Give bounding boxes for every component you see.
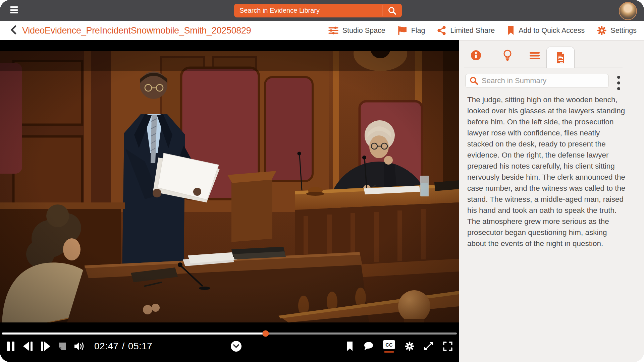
- add-quick-access-button[interactable]: Add to Quick Access: [507, 25, 585, 36]
- progress-played: [2, 333, 266, 335]
- fullscreen-icon: [443, 341, 453, 351]
- kebab-menu-icon: [617, 76, 620, 79]
- bookmark-icon: [346, 341, 354, 351]
- sliders-icon: [328, 25, 339, 36]
- settings-button[interactable]: Settings: [597, 25, 637, 36]
- pause-button[interactable]: [6, 341, 15, 352]
- list-icon: [529, 49, 541, 61]
- evidence-search-input[interactable]: [234, 4, 382, 17]
- step-backward-icon: [22, 341, 33, 352]
- volume-button[interactable]: [74, 341, 85, 351]
- title-bar-actions: Studio Space Flag Limited Sh: [328, 25, 637, 36]
- evidence-library-search: [234, 4, 402, 17]
- time-display: 02:47 / 05:17: [94, 341, 152, 352]
- time-separator: /: [122, 341, 125, 352]
- lightbulb-icon: [502, 49, 513, 61]
- settings-label: Settings: [610, 26, 637, 35]
- hamburger-icon: [10, 6, 18, 8]
- summary-menu-button[interactable]: [613, 74, 624, 92]
- volume-icon: [74, 341, 85, 351]
- step-forward-button[interactable]: [40, 341, 51, 352]
- title-bar: VideoEvidence_PreIncidentSnowmobile_Smit…: [0, 21, 644, 40]
- comment-button[interactable]: [363, 341, 374, 351]
- note-icon: [58, 342, 67, 351]
- progress-knob[interactable]: [263, 330, 269, 337]
- collapse-controls-button[interactable]: [231, 341, 241, 352]
- summary-search-input[interactable]: [482, 76, 604, 85]
- search-icon: [387, 6, 397, 15]
- user-avatar[interactable]: [619, 2, 637, 20]
- flag-button[interactable]: Flag: [397, 25, 425, 36]
- fullscreen-button[interactable]: [443, 341, 453, 351]
- tab-insights[interactable]: [496, 45, 519, 65]
- player-controls-right: CC: [346, 337, 453, 356]
- captions-button[interactable]: CC: [383, 340, 395, 353]
- top-bar: [0, 0, 644, 21]
- search-submit-button[interactable]: [382, 4, 402, 17]
- player-settings-button[interactable]: [405, 341, 415, 351]
- resize-button[interactable]: [424, 341, 434, 351]
- limited-share-label: Limited Share: [450, 26, 495, 35]
- back-button[interactable]: [9, 24, 18, 37]
- step-forward-icon: [40, 341, 51, 352]
- hamburger-menu-button[interactable]: [10, 6, 19, 14]
- add-quick-access-label: Add to Quick Access: [519, 26, 585, 35]
- gear-icon: [405, 341, 415, 351]
- flag-label: Flag: [411, 26, 425, 35]
- summary-text: The judge, sitting high on the wooden be…: [467, 94, 628, 249]
- captions-icon: CC: [383, 340, 395, 349]
- video-player: 02:47 / 05:17: [0, 40, 459, 362]
- studio-space-button[interactable]: Studio Space: [328, 25, 385, 36]
- bookmark-icon: [507, 25, 515, 36]
- video-progress-bar[interactable]: [2, 333, 457, 335]
- summary-search: [465, 74, 609, 88]
- flag-icon: [397, 25, 408, 36]
- tab-divider: [464, 67, 623, 67]
- gear-icon: [597, 25, 607, 36]
- note-frame-button[interactable]: [58, 342, 67, 351]
- tab-info[interactable]: [465, 45, 487, 65]
- video-surface[interactable]: [0, 51, 459, 322]
- pause-icon: [6, 341, 15, 352]
- duration: 05:17: [128, 341, 153, 352]
- evidence-title: VideoEvidence_PreIncidentSnowmobile_Smit…: [22, 25, 251, 36]
- resize-icon: [424, 341, 434, 351]
- info-icon: [470, 49, 482, 61]
- tab-transcript[interactable]: [524, 45, 546, 65]
- captions-enabled-underline: [384, 351, 394, 353]
- search-icon: [470, 76, 478, 85]
- summary-panel: The judge, sitting high on the wooden be…: [459, 40, 644, 362]
- limited-share-button[interactable]: Limited Share: [437, 25, 495, 36]
- current-time: 02:47: [94, 341, 119, 352]
- share-icon: [437, 25, 446, 36]
- comment-icon: [363, 341, 374, 351]
- summary-doc-icon: [555, 51, 566, 64]
- captions-label: CC: [385, 342, 393, 348]
- chevron-down-icon: [233, 344, 239, 348]
- app-window: VideoEvidence_PreIncidentSnowmobile_Smit…: [0, 0, 644, 362]
- studio-space-label: Studio Space: [342, 26, 385, 35]
- bookmark-marker-button[interactable]: [346, 341, 354, 351]
- step-backward-button[interactable]: [22, 341, 33, 352]
- player-controls-left: 02:47 / 05:17: [6, 337, 152, 356]
- tab-summary[interactable]: [546, 47, 575, 68]
- courtroom-video-frame: [0, 51, 459, 322]
- chevron-left-icon: [10, 25, 17, 35]
